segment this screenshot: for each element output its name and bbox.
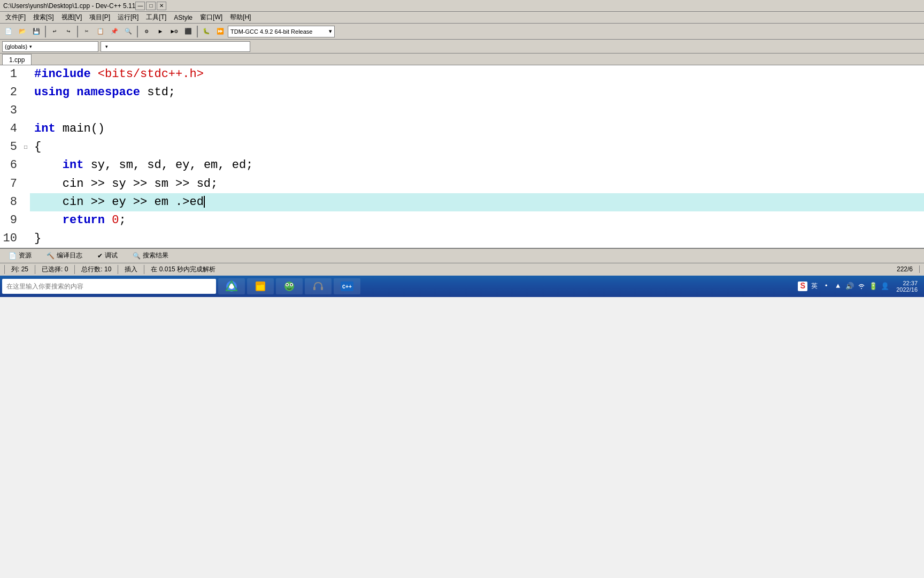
code-line-9: 9 return 0; (0, 211, 924, 230)
redo-button[interactable]: ↪ (62, 25, 75, 38)
line-number-10: 10 (0, 230, 21, 248)
debug-button[interactable]: 🐛 (200, 25, 213, 38)
code-content-3[interactable] (30, 102, 924, 120)
bottom-tab-compile-log[interactable]: 🔨 编译日志 (42, 250, 87, 261)
menu-astyle[interactable]: AStyle (171, 13, 196, 22)
taskbar-search-input[interactable] (2, 279, 216, 294)
menu-window[interactable]: 窗口[W] (197, 12, 226, 23)
toolbar: 📄 📂 💾 ↩ ↪ ✂ 📋 📌 🔍 ⚙ ▶ ▶⚙ ⬛ 🐛 ⏩ TDM-GCC 4… (0, 24, 924, 40)
status-position: 222/6 (890, 265, 920, 273)
find-button[interactable]: 🔍 (122, 25, 135, 38)
debug-icon: ✔ (97, 252, 103, 260)
line-number-5: 5 (0, 138, 21, 156)
sougou-icon[interactable]: S (798, 282, 807, 291)
run-button[interactable]: ▶ (154, 25, 167, 38)
code-content-6[interactable]: int sy, sm, sd, ey, em, ed; (30, 156, 924, 174)
speaker-icon[interactable]: 🔊 (845, 282, 854, 291)
code-content-10[interactable]: } (30, 230, 924, 248)
navigator-bar: (globals) ▾ ▾ (0, 40, 924, 54)
minimize-button[interactable]: — (135, 2, 145, 10)
globals-dropdown-arrow: ▾ (29, 44, 32, 49)
taskbar-devcpp[interactable]: C++ (334, 278, 360, 294)
code-content-1[interactable]: #include <bits/stdc++.h> (30, 65, 924, 83)
title-bar-text: C:\Users\yunsh\Desktop\1.cpp - Dev-C++ 5… (3, 2, 135, 10)
resources-icon: 📄 (9, 252, 17, 260)
toolbar-sep-4 (197, 26, 198, 37)
line-gutter-2 (21, 83, 30, 102)
line-number-2: 2 (0, 83, 21, 102)
cut-button[interactable]: ✂ (80, 25, 93, 38)
taskbar: C++ S 英 • ▲ 🔊 🔋 👤 2 (0, 276, 924, 297)
network-icon[interactable] (857, 282, 866, 291)
line-number-8: 8 (0, 193, 21, 211)
tray-icons: S 英 • ▲ 🔊 🔋 👤 (798, 282, 890, 291)
bottom-tab-resources[interactable]: 📄 资源 (4, 250, 36, 261)
compiler-dropdown[interactable]: TDM-GCC 4.9.2 64-bit Release ▾ (228, 26, 335, 37)
tab-1cpp[interactable]: 1.cpp (2, 54, 32, 65)
line-number-9: 9 (0, 211, 21, 230)
paste-button[interactable]: 📌 (108, 25, 121, 38)
taskbar-frog[interactable] (276, 278, 303, 294)
code-content-2[interactable]: using namespace std; (30, 83, 924, 102)
compile-log-icon: 🔨 (47, 252, 55, 260)
toolbar-sep-1 (45, 26, 46, 37)
taskbar-explorer[interactable] (247, 278, 274, 294)
globals-dropdown[interactable]: (globals) ▾ (2, 41, 98, 52)
code-content-9[interactable]: return 0; (30, 211, 924, 230)
battery-icon[interactable]: 🔋 (868, 282, 878, 291)
taskbar-chrome[interactable] (218, 278, 245, 294)
menu-file[interactable]: 文件[F] (2, 12, 29, 23)
svg-text:C++: C++ (342, 284, 352, 290)
menu-help[interactable]: 帮助[H] (227, 12, 254, 23)
taskbar-clock[interactable]: 22:37 2022/16 (892, 280, 922, 293)
new-button[interactable]: 📄 (2, 25, 15, 38)
taskbar-right: S 英 • ▲ 🔊 🔋 👤 22:37 2022/16 (798, 280, 922, 293)
close-button[interactable]: ✕ (157, 2, 166, 10)
toolbar-sep-2 (77, 26, 78, 37)
title-bar-controls: — □ ✕ (135, 2, 166, 10)
menu-project[interactable]: 项目[P] (86, 12, 113, 23)
status-selected: 已选择: 0 (35, 265, 75, 274)
code-content-7[interactable]: cin >> sy >> sm >> sd; (30, 175, 924, 193)
save-button[interactable]: 💾 (30, 25, 43, 38)
maximize-button[interactable]: □ (146, 2, 156, 10)
line-gutter-3 (21, 102, 30, 120)
code-content-5[interactable]: { (30, 138, 924, 156)
menu-run[interactable]: 运行[R] (114, 12, 142, 23)
compile-run-button[interactable]: ▶⚙ (168, 25, 181, 38)
title-bar: C:\Users\yunsh\Desktop\1.cpp - Dev-C++ 5… (0, 0, 924, 12)
status-bar: 列: 25 已选择: 0 总行数: 10 插入 在 0.015 秒内完成解析 2… (0, 263, 924, 276)
user-icon[interactable]: 👤 (880, 282, 890, 291)
undo-button[interactable]: ↩ (48, 25, 61, 38)
menu-view[interactable]: 视图[V] (58, 12, 86, 23)
code-line-5: 5 □ { (0, 138, 924, 156)
menu-bar: 文件[F] 搜索[S] 视图[V] 项目[P] 运行[R] 工具[T] ASty… (0, 12, 924, 24)
code-content-4[interactable]: int main() (30, 120, 924, 138)
function-dropdown[interactable]: ▾ (101, 41, 250, 52)
lang-icon[interactable]: 英 (810, 282, 819, 291)
step-button[interactable]: ⏩ (214, 25, 227, 38)
svg-rect-10 (313, 287, 315, 290)
code-line-2: 2 using namespace std; (0, 83, 924, 102)
bottom-tab-debug[interactable]: ✔ 调试 (93, 250, 122, 261)
tab-bar: 1.cpp (0, 54, 924, 65)
bottom-tab-search[interactable]: 🔍 搜索结果 (128, 250, 173, 261)
open-button[interactable]: 📂 (16, 25, 29, 38)
stop-button[interactable]: ⬛ (182, 25, 195, 38)
code-line-7: 7 cin >> sy >> sm >> sd; (0, 175, 924, 193)
arrow-up-icon[interactable]: ▲ (833, 282, 843, 291)
status-insert: 插入 (118, 265, 144, 274)
copy-button[interactable]: 📋 (94, 25, 107, 38)
compile-button[interactable]: ⚙ (140, 25, 153, 38)
menu-search[interactable]: 搜索[S] (30, 12, 57, 23)
menu-tools[interactable]: 工具[T] (143, 12, 170, 23)
code-editor[interactable]: 1 #include <bits/stdc++.h> 2 using names… (0, 65, 924, 248)
svg-point-8 (287, 284, 288, 285)
fold-icon-5[interactable]: □ (24, 143, 27, 152)
bottom-panel: 📄 资源 🔨 编译日志 ✔ 调试 🔍 搜索结果 (0, 248, 924, 263)
code-line-6: 6 int sy, sm, sd, ey, em, ed; (0, 156, 924, 174)
code-content-8[interactable]: cin >> ey >> em .>ed (30, 193, 924, 211)
taskbar-headphones[interactable] (305, 278, 332, 294)
status-message: 在 0.015 秒内完成解析 (144, 265, 890, 274)
svg-rect-11 (321, 287, 323, 290)
